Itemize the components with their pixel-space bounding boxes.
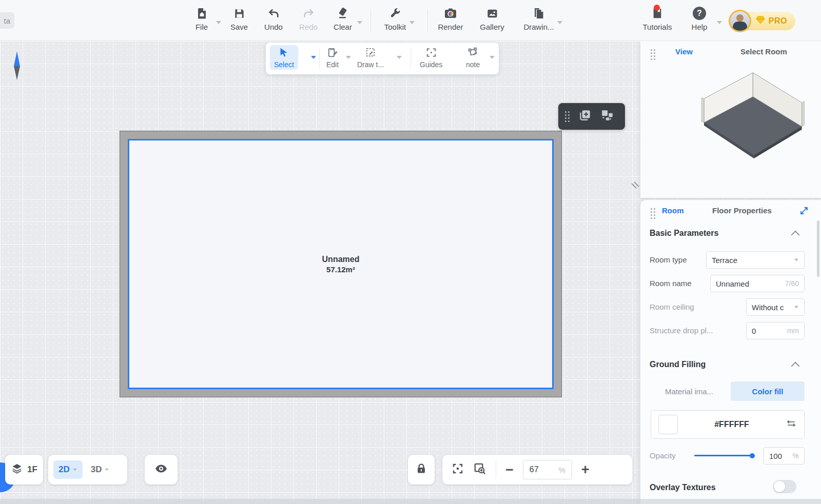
drag-handle-icon[interactable]: [565, 111, 570, 122]
room-walls[interactable]: Unnamed 57.12m²: [120, 131, 562, 397]
palette-divider: [319, 48, 320, 69]
save-button[interactable]: Save: [224, 7, 255, 31]
caret-down-icon[interactable]: [397, 56, 402, 59]
edit-tool-button[interactable]: Edit: [326, 46, 339, 69]
save-icon: [232, 7, 246, 20]
room-label: Unnamed: [322, 255, 360, 264]
room-type-label: Room type: [650, 255, 687, 264]
caret-down-icon[interactable]: [717, 21, 722, 24]
drag-handle-icon[interactable]: [651, 49, 655, 60]
structure-drop-label: Structure drop pl...: [650, 326, 713, 335]
note-polygon-pencil-icon: [467, 46, 479, 58]
bottom-scroll-track[interactable]: [0, 499, 821, 504]
eraser-icon: [336, 7, 349, 20]
opacity-slider[interactable]: [694, 455, 754, 456]
palette-divider: [411, 48, 411, 69]
floating-mini-toolbar: [558, 103, 625, 130]
room-type-select[interactable]: Terrace: [706, 251, 805, 269]
drawing-button[interactable]: Drawin...: [520, 7, 557, 31]
floor-selector[interactable]: 1F: [5, 455, 43, 485]
tab-color-fill[interactable]: Color fill: [731, 381, 805, 401]
eye-icon: [154, 462, 168, 477]
lock-button[interactable]: [408, 455, 435, 485]
caret-down-icon[interactable]: [216, 21, 221, 24]
drag-handle-icon[interactable]: [651, 208, 655, 219]
expand-panel-icon[interactable]: [799, 206, 809, 217]
fit-screen-icon[interactable]: [452, 462, 464, 477]
room-name-input[interactable]: Unnamed 7/60: [710, 275, 805, 292]
overlay-textures-toggle[interactable]: [773, 480, 796, 493]
edit-ruler-pencil-icon: [326, 46, 339, 58]
caret-down-icon: [794, 306, 798, 309]
draw-dashed-square-pencil-icon: [364, 46, 377, 58]
caret-down-icon[interactable]: [557, 21, 562, 24]
clear-button[interactable]: Clear: [327, 7, 358, 31]
top-toolbar: ta File Save Undo Redo: [0, 0, 821, 41]
color-swatch[interactable]: [658, 415, 678, 434]
left-edge-tab[interactable]: ta: [0, 12, 14, 29]
tab-select-room[interactable]: Select Room: [740, 47, 787, 56]
guides-frame-icon: [425, 46, 437, 58]
zoom-out-button[interactable]: −: [505, 463, 514, 477]
room-ceiling-select[interactable]: Without c: [746, 298, 805, 316]
caret-down-icon[interactable]: [357, 21, 362, 24]
panel-resize-handle-icon[interactable]: [630, 179, 640, 192]
color-hex-value[interactable]: #FFFFFF: [678, 420, 786, 429]
pro-label: PRO: [769, 16, 787, 26]
unit-label: %: [793, 452, 799, 460]
redo-icon: [302, 7, 315, 20]
swap-colors-icon[interactable]: [786, 419, 797, 430]
add-floorplan-icon[interactable]: [578, 109, 592, 124]
tab-view[interactable]: View: [675, 47, 693, 56]
building-blocks-icon[interactable]: [600, 109, 614, 124]
note-tool-button[interactable]: note: [466, 46, 480, 69]
draw-tool-button[interactable]: Draw t...: [357, 46, 384, 69]
room-3d-preview[interactable]: [676, 69, 805, 161]
room-floor-selected[interactable]: Unnamed 57.12m²: [128, 139, 554, 389]
file-home-icon: [195, 7, 208, 20]
tab-material-image[interactable]: Material ima...: [651, 381, 728, 401]
toolkit-button[interactable]: Toolkit: [380, 7, 411, 31]
compass-icon[interactable]: [12, 50, 22, 84]
tab-floor-properties[interactable]: Floor Properties: [712, 206, 772, 215]
undo-button[interactable]: Undo: [258, 7, 289, 31]
visibility-button[interactable]: [145, 455, 178, 485]
floorplanner-app: Unnamed 57.12m² ta File Save: [0, 0, 821, 504]
collapse-chevron-icon[interactable]: [791, 231, 800, 239]
tutorials-button[interactable]: Tutorials: [642, 7, 673, 31]
zoom-region-icon[interactable]: [473, 462, 486, 477]
mode-3d-button[interactable]: 3D: [86, 460, 115, 479]
caret-down-icon: [794, 259, 798, 261]
drawing-doc-icon: [532, 7, 545, 20]
help-button[interactable]: ? Help: [684, 7, 715, 31]
mode-2d-button[interactable]: 2D: [53, 460, 83, 479]
gallery-button[interactable]: Gallery: [477, 7, 507, 31]
avatar[interactable]: [729, 10, 751, 32]
room-properties-panel: Room Floor Properties Basic Parameters R…: [640, 200, 821, 504]
room-area-label: 57.12m²: [326, 265, 355, 274]
toolbar-divider: [370, 9, 371, 32]
tutorials-book-icon: [651, 7, 664, 20]
select-tool-button[interactable]: Select: [270, 45, 298, 70]
color-fill-control[interactable]: #FFFFFF: [651, 410, 805, 439]
file-button[interactable]: File: [186, 7, 217, 31]
gallery-icon: [485, 7, 499, 20]
structure-drop-input[interactable]: 0 mm: [746, 322, 805, 339]
zoom-in-button[interactable]: +: [581, 463, 590, 477]
room-name-label: Room name: [650, 279, 692, 288]
caret-down-icon[interactable]: [311, 56, 316, 59]
opacity-slider-handle[interactable]: [750, 453, 755, 458]
help-question-icon: ?: [693, 7, 706, 20]
opacity-value-input[interactable]: 100 %: [764, 447, 805, 465]
caret-down-icon[interactable]: [490, 56, 495, 59]
guides-tool-button[interactable]: Guides: [420, 46, 442, 69]
zoom-percent-input[interactable]: 67 %: [523, 460, 572, 479]
caret-down-icon[interactable]: [346, 56, 351, 59]
floor-label: 1F: [27, 465, 37, 475]
collapse-chevron-icon[interactable]: [791, 362, 800, 371]
tab-room[interactable]: Room: [662, 206, 684, 215]
panel-scrollbar[interactable]: [817, 220, 819, 277]
redo-button[interactable]: Redo: [293, 7, 324, 31]
render-button[interactable]: Render: [435, 7, 466, 31]
caret-down-icon[interactable]: [409, 21, 415, 24]
